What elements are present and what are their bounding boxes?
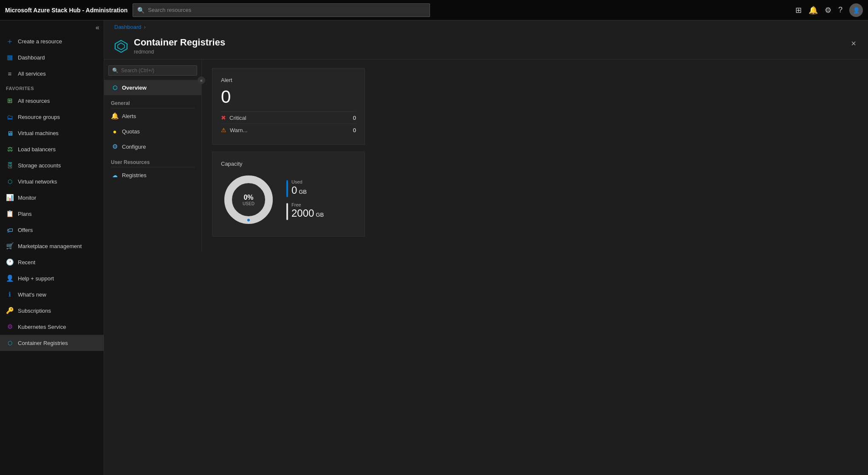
sidebar-item-virtual-machines[interactable]: 🖥 Virtual machines (0, 125, 104, 141)
legend-used: Used 0 GB (286, 179, 324, 197)
alert-critical-row: ✖ Critical 0 (221, 111, 356, 124)
breadcrumb-parent[interactable]: Dashboard (114, 24, 141, 30)
nav-collapse-button[interactable]: « (198, 76, 205, 84)
nav-section-user-resources: User Resources (104, 154, 201, 167)
sidebar-label-11: Help + support (18, 275, 54, 282)
monitor-icon: 📊 (6, 194, 14, 201)
portal-icon[interactable]: ⊞ (795, 6, 802, 15)
legend-free-bar (286, 203, 288, 220)
sidebar-label-14: Kubernetes Service (18, 324, 66, 330)
sidebar-label-4: Storage accounts (18, 162, 61, 169)
favorites-label: FAVORITES (0, 82, 104, 93)
panel-nav-item-configure[interactable]: ⚙ Configure (104, 139, 201, 154)
panel-overview-content: Alert 0 ✖ Critical 0 ⚠ Warn... 0 (202, 59, 868, 252)
panel-header-text: Container Registries redmond (134, 37, 225, 55)
sidebar-item-all-resources[interactable]: ⊞ All resources (0, 93, 104, 109)
all-resources-icon: ⊞ (6, 97, 14, 105)
sidebar-item-resource-groups[interactable]: 🗂 Resource groups (0, 109, 104, 125)
panel-nav-item-registries[interactable]: ☁ Registries (104, 167, 201, 183)
nav-search-icon: 🔍 (112, 68, 119, 74)
sidebar-item-marketplace[interactable]: 🛒 Marketplace management (0, 238, 104, 254)
sidebar-label-15: Container Registries (18, 340, 68, 346)
panel-nav-search-box[interactable]: 🔍 (108, 65, 197, 76)
sidebar-label-12: What's new (18, 291, 46, 298)
settings-icon[interactable]: ⚙ (825, 6, 831, 15)
nav-section-general: General (104, 95, 201, 108)
kubernetes-icon: ⚙ (6, 323, 14, 331)
sidebar-label-9: Marketplace management (18, 243, 82, 249)
quotas-icon: ● (111, 127, 119, 135)
sidebar-item-whats-new[interactable]: ℹ What's new (0, 286, 104, 303)
sidebar-item-virtual-networks[interactable]: ⬡ Virtual networks (0, 173, 104, 189)
search-icon: 🔍 (137, 7, 144, 14)
sidebar-item-recent[interactable]: 🕐 Recent (0, 254, 104, 270)
panel-nav-item-alerts[interactable]: 🔔 Alerts (104, 108, 201, 124)
panel-close-button[interactable]: × (849, 37, 858, 50)
sidebar-item-kubernetes[interactable]: ⚙ Kubernetes Service (0, 319, 104, 335)
search-box[interactable]: 🔍 (133, 3, 430, 17)
sidebar-item-storage-accounts[interactable]: 🗄 Storage accounts (0, 157, 104, 173)
sidebar-label-1: Resource groups (18, 114, 60, 120)
sidebar-item-dashboard[interactable]: ▦ Dashboard (0, 49, 104, 65)
sidebar-label-6: Monitor (18, 195, 36, 201)
svg-marker-0 (115, 40, 127, 52)
svg-marker-1 (118, 43, 124, 50)
panel-header-icon (114, 40, 128, 56)
critical-label: Critical (229, 115, 350, 121)
nav-label-configure: Configure (122, 144, 146, 150)
legend-used-value: 0 (291, 184, 297, 196)
load-balancers-icon: ⚖ (6, 145, 14, 153)
sidebar-label-8: Offers (18, 227, 33, 233)
alert-card-title: Alert (221, 77, 356, 83)
sidebar-label-5: Virtual networks (18, 178, 57, 185)
alert-card-count: 0 (221, 87, 356, 107)
nav-label-quotas: Quotas (122, 128, 140, 135)
alerts-icon: 🔔 (111, 112, 119, 120)
capacity-card: Capacity (212, 152, 365, 237)
breadcrumb-separator: › (144, 24, 146, 30)
offers-icon: 🏷 (6, 226, 14, 234)
resource-groups-icon: 🗂 (6, 113, 14, 121)
layout: « ＋ Create a resource ▦ Dashboard ≡ All … (0, 20, 868, 475)
sidebar: « ＋ Create a resource ▦ Dashboard ≡ All … (0, 20, 104, 475)
legend-free-text: Free 2000 GB (291, 202, 324, 219)
bell-icon[interactable]: 🔔 (809, 6, 818, 15)
panel-nav-search-input[interactable] (121, 68, 193, 74)
sidebar-collapse[interactable]: « (0, 20, 104, 33)
nav-label-overview: Overview (122, 85, 147, 91)
sidebar-item-plans[interactable]: 📋 Plans (0, 206, 104, 222)
sidebar-label-7: Plans (18, 211, 32, 217)
help-support-icon: 👤 (6, 274, 14, 282)
capacity-content: 0% USED Used (221, 172, 356, 227)
sidebar-item-monitor[interactable]: 📊 Monitor (0, 189, 104, 206)
sidebar-label-0: All resources (18, 98, 50, 104)
panel-nav-item-overview[interactable]: ⬡ Overview (104, 80, 201, 95)
legend-free: Free 2000 GB (286, 202, 324, 220)
help-icon[interactable]: ? (838, 6, 843, 14)
sidebar-item-help-support[interactable]: 👤 Help + support (0, 270, 104, 286)
sidebar-label-3: Load balancers (18, 146, 56, 153)
critical-value: 0 (353, 115, 356, 121)
search-input[interactable] (148, 7, 425, 13)
sidebar-item-all-services[interactable]: ≡ All services (0, 65, 104, 82)
collapse-icon[interactable]: « (96, 24, 99, 31)
sidebar-label-10: Recent (18, 259, 35, 266)
container-registries-icon: ⬡ (6, 339, 14, 347)
avatar[interactable]: 👤 (849, 3, 863, 17)
sidebar-item-create-resource[interactable]: ＋ Create a resource (0, 33, 104, 49)
sidebar-item-offers[interactable]: 🏷 Offers (0, 222, 104, 238)
sidebar-item-subscriptions[interactable]: 🔑 Subscriptions (0, 303, 104, 319)
topbar: Microsoft Azure Stack Hub - Administrati… (0, 0, 868, 20)
critical-icon: ✖ (221, 114, 226, 121)
donut-chart: 0% USED (221, 172, 276, 227)
donut-percent: 0% (243, 194, 254, 201)
sidebar-item-load-balancers[interactable]: ⚖ Load balancers (0, 141, 104, 157)
dashboard-icon: ▦ (6, 54, 14, 61)
donut-used-text: USED (243, 201, 254, 206)
plus-icon: ＋ (6, 37, 14, 45)
capacity-legend: Used 0 GB (286, 179, 324, 220)
sidebar-label-2: Virtual machines (18, 130, 59, 136)
sidebar-item-container-registries[interactable]: ⬡ Container Registries (0, 335, 104, 351)
panel-nav-item-quotas[interactable]: ● Quotas (104, 124, 201, 139)
all-services-icon: ≡ (6, 70, 14, 77)
